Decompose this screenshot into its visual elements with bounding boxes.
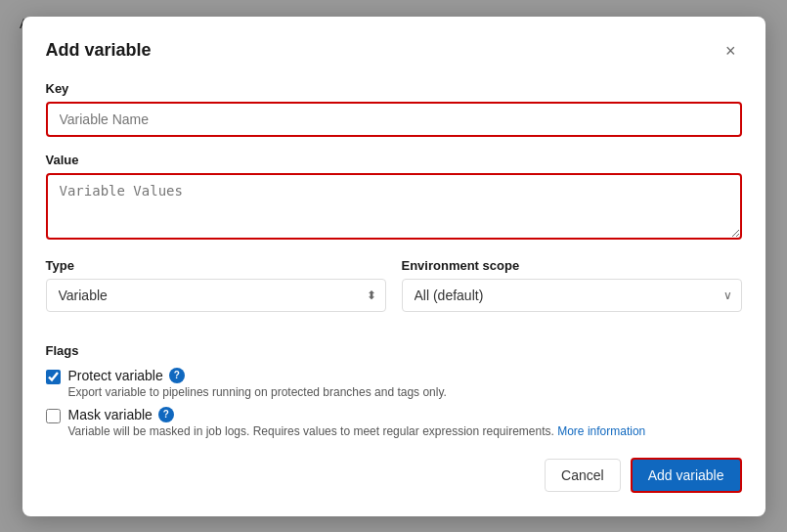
type-field-group: Type Variable File ⬍ (46, 258, 386, 312)
protect-help-icon[interactable]: ? (169, 368, 185, 383)
add-variable-modal: Add variable × Key Value Type Variable F… (22, 17, 765, 516)
env-select[interactable]: All (default) Production Staging Develop… (402, 279, 742, 312)
mask-label-line: Mask variable ? (68, 407, 646, 422)
type-label: Type (46, 258, 386, 273)
type-select[interactable]: Variable File (46, 279, 386, 312)
cancel-button[interactable]: Cancel (545, 459, 621, 492)
type-select-wrap: Variable File ⬍ (46, 279, 386, 312)
flags-section: Flags Protect variable ? Export variable… (46, 343, 742, 438)
protect-variable-label: Protect variable (68, 368, 163, 383)
key-field-group: Key (46, 81, 742, 137)
modal-title: Add variable (46, 40, 152, 61)
mask-variable-desc: Variable will be masked in job logs. Req… (68, 424, 646, 438)
close-button[interactable]: × (720, 40, 742, 62)
type-env-row: Type Variable File ⬍ Environment scope A… (46, 258, 742, 328)
protect-label-wrap: Protect variable ? Export variable to pi… (68, 368, 447, 399)
modal-footer: Cancel Add variable (46, 458, 742, 493)
mask-variable-row: Mask variable ? Variable will be masked … (46, 407, 742, 438)
modal-overlay: Add variable × Key Value Type Variable F… (0, 0, 787, 532)
mask-variable-label: Mask variable (68, 407, 153, 422)
mask-variable-checkbox[interactable] (46, 409, 61, 423)
value-label: Value (46, 153, 742, 167)
flags-title: Flags (46, 343, 742, 358)
protect-variable-row: Protect variable ? Export variable to pi… (46, 368, 742, 399)
protect-label-line: Protect variable ? (68, 368, 447, 383)
mask-help-icon[interactable]: ? (158, 407, 174, 422)
key-label: Key (46, 81, 742, 96)
protect-variable-checkbox[interactable] (46, 370, 61, 384)
mask-label-wrap: Mask variable ? Variable will be masked … (68, 407, 646, 438)
env-label: Environment scope (402, 258, 742, 273)
modal-header: Add variable × (46, 40, 742, 62)
value-textarea[interactable] (46, 173, 742, 240)
key-input[interactable] (46, 102, 742, 137)
env-select-wrap: All (default) Production Staging Develop… (402, 279, 742, 312)
protect-variable-desc: Export variable to pipelines running on … (68, 385, 447, 399)
more-information-link[interactable]: More information (557, 424, 645, 438)
value-field-group: Value (46, 153, 742, 243)
add-variable-button[interactable]: Add variable (631, 458, 742, 493)
env-field-group: Environment scope All (default) Producti… (402, 258, 742, 312)
